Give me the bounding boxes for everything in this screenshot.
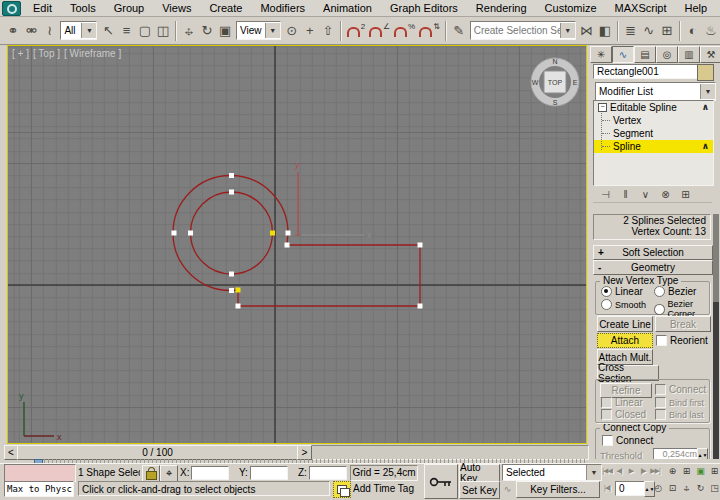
- key-filters-button[interactable]: Key Filters...: [516, 481, 600, 498]
- stack-item-segment[interactable]: Segment: [594, 127, 713, 140]
- rectangular-selection-region-icon[interactable]: ▢: [137, 19, 153, 42]
- tab-motion[interactable]: ◎: [656, 46, 678, 63]
- selection-filter-dropdown[interactable]: All▼: [60, 21, 97, 40]
- keyboard-shortcut-override-icon[interactable]: ⇧: [320, 19, 336, 42]
- spline-vertex[interactable]: [229, 173, 234, 178]
- previous-frame-icon[interactable]: ◀|: [613, 464, 625, 478]
- menu-maxscript[interactable]: MAXScript: [606, 0, 676, 16]
- selected-key-set-dropdown[interactable]: Selected ▼: [502, 464, 602, 481]
- menu-customize[interactable]: Customize: [536, 0, 606, 16]
- bind-first-checkbox[interactable]: Bind first: [655, 397, 704, 408]
- spline-vertex[interactable]: [188, 231, 193, 236]
- menu-animation[interactable]: Animation: [314, 0, 381, 16]
- radio-smooth[interactable]: Smooth: [601, 299, 646, 310]
- snaps-toggle-icon[interactable]: 2: [346, 19, 366, 42]
- crossing-selection-toggle[interactable]: [333, 481, 351, 498]
- menu-rendering[interactable]: Rendering: [467, 0, 536, 16]
- set-keys-button[interactable]: [424, 464, 458, 499]
- spline-vertex[interactable]: [285, 243, 290, 248]
- tab-hierarchy[interactable]: ▤: [634, 46, 656, 63]
- reference-coordinate-system-dropdown[interactable]: View▼: [236, 21, 281, 40]
- menu-modifiers[interactable]: Modifiers: [251, 0, 314, 16]
- spline-vertex[interactable]: [172, 231, 177, 236]
- pin-stack-icon[interactable]: ⊣: [597, 188, 614, 202]
- material-editor-icon[interactable]: ◐: [685, 19, 701, 42]
- bind-last-checkbox[interactable]: Bind last: [655, 409, 704, 420]
- radio-bezier[interactable]: Bezier: [654, 286, 696, 297]
- use-pivot-point-center-icon[interactable]: ⊙: [284, 19, 300, 42]
- render-setup-icon[interactable]: ♨: [703, 19, 719, 42]
- new-key-tangent-icon[interactable]: ∿: [501, 482, 514, 495]
- zoom-icon[interactable]: ⊕: [666, 464, 679, 478]
- configure-modifier-sets-icon[interactable]: ⊞: [677, 188, 694, 202]
- chevron-down-icon[interactable]: ▼: [586, 465, 601, 480]
- mirror-icon[interactable]: ⋈: [579, 19, 595, 42]
- radio-linear[interactable]: Linear: [601, 286, 643, 297]
- panel-scrollbar[interactable]: [713, 214, 719, 459]
- refine-button[interactable]: Refine: [600, 383, 652, 398]
- menu-help[interactable]: Help: [676, 0, 717, 16]
- connect-checkbox[interactable]: Connect: [655, 384, 706, 395]
- zoom-extents-icon[interactable]: ▣: [694, 464, 707, 478]
- menu-tools[interactable]: Tools: [61, 0, 105, 16]
- go-to-start-icon[interactable]: |◀◀: [601, 464, 613, 478]
- object-color-swatch[interactable]: [697, 64, 714, 81]
- spline-first-vertex[interactable]: [270, 231, 275, 236]
- select-by-name-icon[interactable]: ≡: [119, 19, 135, 42]
- spline-vertex[interactable]: [418, 243, 423, 248]
- modifier-list-dropdown[interactable]: Modifier List ▼: [595, 82, 716, 101]
- app-logo-icon[interactable]: [2, 1, 21, 16]
- viewcube-east-label[interactable]: E: [573, 79, 578, 86]
- select-object-icon[interactable]: ↖: [100, 19, 116, 42]
- pan-icon[interactable]: ↔↕: [680, 481, 693, 495]
- y-coordinate-field[interactable]: [250, 466, 288, 480]
- add-time-tag[interactable]: Add Time Tag: [353, 483, 414, 494]
- tab-utilities[interactable]: ⚒: [700, 46, 720, 63]
- time-configuration-icon[interactable]: ◴: [652, 481, 665, 495]
- go-to-end-icon[interactable]: ▶▶|: [649, 464, 661, 478]
- menu-create[interactable]: Create: [200, 0, 251, 16]
- percent-snap-toggle-icon[interactable]: %: [393, 19, 416, 42]
- macro-recorder-field[interactable]: [4, 464, 76, 482]
- align-icon[interactable]: ◧: [597, 19, 613, 42]
- tab-display[interactable]: ▥: [678, 46, 700, 63]
- spline-vertex[interactable]: [236, 304, 241, 309]
- viewcube-north-label[interactable]: N: [552, 58, 557, 65]
- angle-snap-toggle-icon[interactable]: ∠: [368, 19, 391, 42]
- spline-first-vertex[interactable]: [236, 288, 241, 293]
- attach-button[interactable]: Attach: [597, 333, 653, 348]
- show-end-result-icon[interactable]: ‖: [617, 188, 634, 202]
- reorient-checkbox[interactable]: Reorient: [656, 335, 708, 346]
- remove-modifier-icon[interactable]: ⊗: [657, 188, 674, 202]
- select-and-rotate-icon[interactable]: ↻: [199, 19, 215, 42]
- layer-manager-icon[interactable]: ≣: [623, 19, 639, 42]
- orbit-icon[interactable]: ↻: [694, 481, 707, 495]
- z-coordinate-field[interactable]: [309, 466, 347, 480]
- tab-create[interactable]: ✳: [590, 46, 612, 63]
- rollout-soft-selection[interactable]: + Soft Selection: [593, 245, 713, 260]
- spline-vertex[interactable]: [229, 272, 234, 277]
- outer-spline[interactable]: [173, 176, 420, 306]
- selection-lock-toggle[interactable]: [142, 465, 160, 482]
- schematic-view-icon[interactable]: ⊞: [659, 19, 675, 42]
- spline-vertex[interactable]: [286, 231, 291, 236]
- curve-editor-icon[interactable]: ∿: [641, 19, 657, 42]
- unlink-selection-icon[interactable]: ⚮: [23, 19, 39, 42]
- viewcube-south-label[interactable]: S: [553, 99, 558, 106]
- stack-item-vertex[interactable]: Vertex: [594, 114, 713, 127]
- spline-vertex[interactable]: [229, 288, 234, 293]
- connect-copy-checkbox[interactable]: Connect: [602, 435, 653, 446]
- chevron-down-icon[interactable]: ▼: [560, 23, 575, 38]
- linear-checkbox[interactable]: Linear: [601, 397, 643, 408]
- spline-vertex[interactable]: [418, 304, 423, 309]
- spinner-snap-toggle-icon[interactable]: ⇅: [418, 19, 441, 42]
- menu-views[interactable]: Views: [153, 0, 200, 16]
- set-key-button[interactable]: Set Key: [459, 481, 500, 499]
- absolute-mode-transform-icon[interactable]: ⌖: [160, 465, 178, 482]
- tab-modify[interactable]: ∿: [612, 46, 634, 63]
- zoom-region-icon[interactable]: ⊡: [666, 481, 679, 495]
- make-unique-icon[interactable]: ∨: [637, 188, 654, 202]
- play-icon[interactable]: ▶: [625, 464, 637, 478]
- chevron-down-icon[interactable]: ▼: [265, 23, 280, 38]
- modifier-stack[interactable]: −Editable Spline∧VertexSegmentSpline∧: [593, 100, 714, 186]
